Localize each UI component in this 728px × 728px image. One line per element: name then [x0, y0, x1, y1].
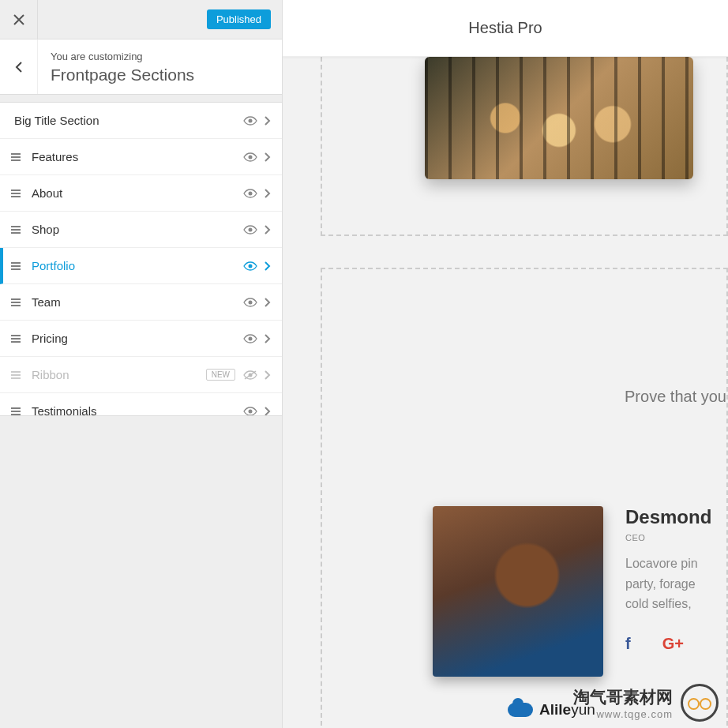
facebook-icon[interactable]: f: [625, 635, 631, 653]
section-label: Ribbon: [32, 368, 206, 381]
visibility-toggle-icon[interactable]: [243, 225, 257, 235]
visibility-toggle-icon[interactable]: [243, 298, 257, 307]
chevron-right-icon: [264, 333, 271, 344]
site-title: Hestia Pro: [283, 0, 728, 57]
section-item-big-title-section[interactable]: Big Title Section: [0, 103, 282, 139]
chevron-right-icon: [264, 152, 271, 163]
section-label: Features: [32, 150, 243, 163]
section-item-ribbon[interactable]: RibbonNEW: [0, 357, 282, 393]
svg-point-5: [249, 300, 253, 304]
testimonial-name: Desmond: [625, 506, 720, 528]
svg-point-1: [249, 155, 253, 159]
close-button[interactable]: [0, 0, 38, 39]
customizing-label: You are customizing: [51, 51, 269, 62]
testimonials-section-outline[interactable]: Prove that you Desmond CEO Locavore pin …: [321, 268, 728, 726]
panel-title: Frontpage Sections: [51, 66, 269, 84]
testimonial-description: Locavore pin party, forage cold selfies,: [625, 554, 720, 614]
visibility-toggle-icon[interactable]: [243, 189, 257, 198]
header-row: You are customizing Frontpage Sections: [0, 39, 282, 95]
published-button[interactable]: Published: [207, 9, 271, 29]
testimonial-role: CEO: [625, 533, 720, 542]
visibility-toggle-icon[interactable]: [243, 116, 257, 126]
svg-point-2: [249, 191, 253, 195]
section-item-features[interactable]: Features: [0, 139, 282, 175]
watermark-cn: 淘气哥素材网: [573, 686, 673, 708]
portfolio-card-image: [425, 57, 693, 179]
svg-point-8: [249, 409, 253, 413]
portfolio-section-outline[interactable]: [321, 57, 728, 236]
section-item-testimonials[interactable]: Testimonials: [0, 393, 282, 415]
section-label: Pricing: [32, 332, 243, 345]
chevron-right-icon: [264, 406, 271, 415]
section-item-team[interactable]: Team: [0, 284, 282, 321]
drag-handle-icon[interactable]: [11, 190, 32, 197]
chevron-right-icon: [264, 115, 271, 126]
visibility-toggle-icon[interactable]: [243, 152, 257, 162]
chevron-right-icon: [264, 370, 271, 381]
section-label: Portfolio: [32, 259, 243, 272]
section-item-shop[interactable]: Shop: [0, 212, 282, 248]
chevron-right-icon: [264, 224, 271, 235]
new-badge: NEW: [206, 369, 235, 381]
section-item-pricing[interactable]: Pricing: [0, 321, 282, 357]
preview-pane: Hestia Pro Prove that you Desmond CEO Lo…: [283, 0, 728, 728]
drag-handle-icon[interactable]: [11, 335, 32, 343]
drag-handle-icon[interactable]: [11, 407, 32, 415]
drag-handle-icon[interactable]: [11, 226, 32, 234]
top-bar: Published: [0, 0, 282, 39]
chevron-right-icon: [264, 188, 271, 199]
section-subtitle: Prove that you: [625, 388, 726, 406]
section-list: Big Title SectionFeaturesAboutShopPortfo…: [0, 103, 282, 415]
chevron-right-icon: [264, 297, 271, 308]
watermark-tqge: 淘气哥素材网 www.tqge.com: [573, 684, 719, 722]
visibility-toggle-icon[interactable]: [243, 370, 257, 380]
section-label: Testimonials: [32, 404, 243, 415]
drag-handle-icon[interactable]: [11, 371, 32, 379]
section-label: Team: [32, 295, 243, 309]
google-plus-icon[interactable]: G+: [662, 635, 684, 653]
testimonial-item: Desmond CEO Locavore pin party, forage c…: [433, 506, 720, 677]
visibility-toggle-icon[interactable]: [243, 261, 257, 271]
section-label: Big Title Section: [14, 114, 243, 127]
svg-point-4: [249, 264, 253, 268]
svg-point-6: [249, 336, 253, 340]
sidebar-footer: [0, 415, 282, 729]
drag-handle-icon[interactable]: [11, 153, 32, 161]
section-label: Shop: [32, 223, 243, 236]
divider: [0, 95, 282, 103]
watermark-url: www.tqge.com: [573, 708, 673, 720]
svg-point-0: [249, 118, 253, 122]
social-icons: f G+: [625, 635, 720, 653]
visibility-toggle-icon[interactable]: [243, 407, 257, 415]
section-label: About: [32, 186, 243, 200]
visibility-toggle-icon[interactable]: [243, 334, 257, 343]
drag-handle-icon[interactable]: [11, 262, 32, 270]
glasses-icon: [681, 684, 719, 722]
customizer-sidebar: Published You are customizing Frontpage …: [0, 0, 283, 728]
section-item-about[interactable]: About: [0, 175, 282, 212]
section-item-portfolio[interactable]: Portfolio: [0, 248, 282, 284]
back-button[interactable]: [0, 39, 38, 94]
chevron-right-icon: [264, 261, 271, 272]
svg-point-3: [249, 227, 253, 231]
drag-handle-icon[interactable]: [11, 298, 32, 306]
cloud-icon: [508, 703, 533, 717]
testimonial-avatar: [433, 506, 603, 677]
